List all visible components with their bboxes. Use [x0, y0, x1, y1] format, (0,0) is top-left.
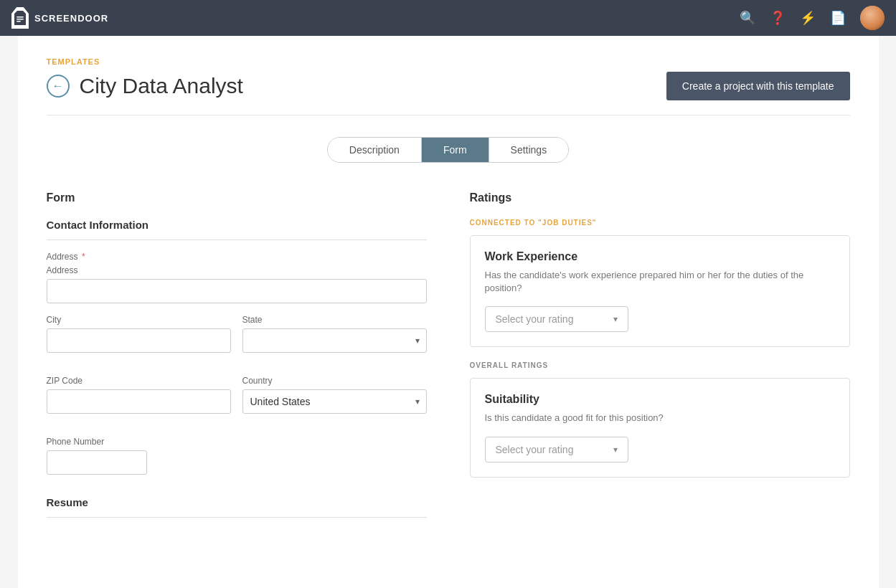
chevron-down-icon: ▾: [613, 314, 618, 324]
state-select[interactable]: Alabama California New York Texas: [242, 328, 427, 353]
avatar[interactable]: [860, 6, 885, 30]
document-icon[interactable]: 📄: [830, 10, 846, 26]
phone-group: Phone Number: [47, 437, 427, 475]
state-group: State Alabama California New York Texas: [242, 315, 427, 353]
app-name: SCREENDOOR: [34, 13, 108, 24]
svg-rect-0: [16, 16, 24, 18]
work-experience-desc: Has the candidate's work experience prep…: [485, 269, 835, 295]
suitability-card: Suitability Is this candidate a good fit…: [470, 378, 850, 477]
address-sublabel: Address: [47, 265, 427, 275]
tabs: Description Form Settings: [327, 137, 569, 163]
suitability-rating-select[interactable]: Select your rating ▾: [485, 437, 628, 463]
phone-input[interactable]: [47, 450, 147, 475]
address-label: Address *: [47, 252, 427, 262]
form-column: Form Contact Information Address * Addre…: [47, 191, 427, 518]
city-state-row: City State Alabama California New York T…: [47, 315, 427, 364]
city-group: City: [47, 315, 231, 353]
zip-country-row: ZIP Code Country United States Canada Un…: [47, 376, 427, 425]
zip-label: ZIP Code: [47, 376, 231, 386]
form-section-title: Form: [47, 191, 427, 204]
address-input[interactable]: [47, 279, 427, 303]
zip-group: ZIP Code: [47, 376, 231, 414]
country-select[interactable]: United States Canada United Kingdom: [242, 389, 427, 414]
required-star: *: [82, 252, 85, 262]
work-experience-rating-placeholder: Select your rating: [496, 313, 574, 325]
country-label: Country: [242, 376, 427, 386]
help-icon[interactable]: ❓: [770, 10, 786, 26]
work-experience-rating-select[interactable]: Select your rating ▾: [485, 306, 628, 332]
country-group: Country United States Canada United King…: [242, 376, 427, 414]
connected-label: CONNECTED TO "JOB DUTIES": [470, 219, 850, 227]
tab-description[interactable]: Description: [328, 138, 422, 162]
work-experience-card: Work Experience Has the candidate's work…: [470, 235, 850, 347]
tab-settings[interactable]: Settings: [489, 138, 569, 162]
navbar-right: 🔍 ❓ ⚡ 📄: [740, 6, 885, 30]
ratings-title: Ratings: [470, 191, 850, 204]
bolt-icon[interactable]: ⚡: [800, 10, 816, 26]
svg-rect-2: [16, 21, 21, 22]
suitability-desc: Is this candidate a good fit for this po…: [485, 412, 835, 425]
page-header: ← City Data Analyst Create a project wit…: [47, 72, 850, 115]
main-layout: Form Contact Information Address * Addre…: [47, 191, 850, 518]
avatar-image: [860, 6, 885, 30]
state-select-wrapper: Alabama California New York Texas: [242, 328, 427, 353]
zip-input[interactable]: [47, 389, 231, 414]
city-label: City: [47, 315, 231, 325]
navbar: SCREENDOOR 🔍 ❓ ⚡ 📄: [0, 0, 896, 36]
page-content: TEMPLATES ← City Data Analyst Create a p…: [18, 36, 879, 588]
address-group: Address * Address: [47, 252, 427, 303]
chevron-down-icon-2: ▾: [613, 445, 618, 455]
work-experience-title: Work Experience: [485, 250, 835, 263]
back-button[interactable]: ←: [47, 75, 70, 98]
state-label: State: [242, 315, 427, 325]
tabs-container: Description Form Settings: [47, 137, 850, 163]
page-title: City Data Analyst: [80, 74, 243, 98]
contact-info-label: Contact Information: [47, 219, 427, 240]
overall-ratings-label: OVERALL RATINGS: [470, 361, 850, 369]
navbar-left: SCREENDOOR: [11, 7, 108, 29]
country-select-wrapper: United States Canada United Kingdom: [242, 389, 427, 414]
tab-form[interactable]: Form: [422, 138, 489, 162]
page-header-left: ← City Data Analyst: [47, 74, 243, 98]
ratings-column: Ratings CONNECTED TO "JOB DUTIES" Work E…: [470, 191, 850, 492]
search-icon[interactable]: 🔍: [740, 10, 755, 26]
svg-rect-1: [16, 19, 24, 20]
phone-label: Phone Number: [47, 437, 427, 447]
suitability-title: Suitability: [485, 393, 835, 406]
create-template-button[interactable]: Create a project with this template: [666, 72, 850, 100]
app-logo[interactable]: SCREENDOOR: [11, 7, 108, 29]
suitability-rating-placeholder: Select your rating: [496, 444, 574, 455]
city-input[interactable]: [47, 328, 231, 353]
logo-icon: [11, 7, 29, 29]
breadcrumb: TEMPLATES: [47, 57, 850, 66]
resume-label: Resume: [47, 496, 427, 518]
